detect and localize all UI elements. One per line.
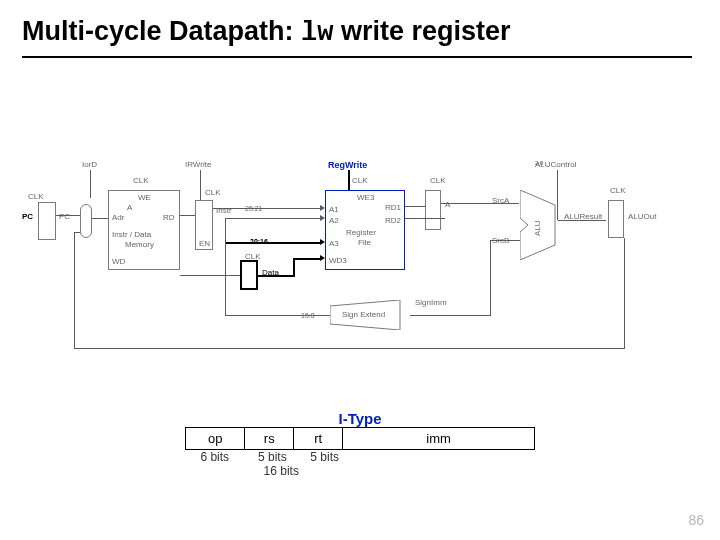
wd-port: WD — [112, 257, 125, 266]
we3-port: WE3 — [357, 193, 374, 202]
signext-out — [410, 315, 490, 316]
rd1-port: RD1 — [385, 203, 401, 212]
a-reg-label: A — [445, 200, 450, 209]
mem-to-data — [180, 275, 240, 276]
fb-down — [624, 238, 625, 348]
aluout-label: ALUOut — [628, 212, 656, 221]
fb-up — [74, 232, 75, 349]
title-mono: lw — [301, 18, 333, 48]
a1-port: A1 — [329, 205, 339, 214]
alu-to-out — [558, 220, 606, 221]
signimm-to-alu — [490, 240, 520, 241]
alu-block: ALU — [520, 190, 560, 260]
wire-a3 — [225, 242, 320, 244]
wire-instr-down — [225, 218, 226, 315]
regwrite-label: RegWrite — [328, 160, 367, 170]
mem-to-ir — [180, 215, 195, 216]
bits-rs: 5 bits — [248, 450, 297, 464]
itype-rt: rt — [294, 428, 343, 450]
itype-bits-row: 6 bits 5 bits 5 bits 16 bits — [185, 450, 535, 478]
a-to-alu — [441, 203, 519, 204]
clk-rf: CLK — [352, 176, 368, 185]
en-label: EN — [199, 239, 210, 248]
title-prefix: Multi-cycle Datapath: — [22, 16, 301, 46]
bits-rt: 5 bits — [300, 450, 349, 464]
alu-text: ALU — [533, 220, 542, 236]
a2-port: A2 — [329, 216, 339, 225]
a-port: A — [127, 203, 132, 212]
fb-to-mux — [74, 232, 80, 233]
wd3-port: WD3 — [329, 256, 347, 265]
rd1-to-a — [405, 206, 425, 207]
rd2-line — [405, 218, 445, 219]
itype-title: I-Type — [185, 410, 535, 427]
title-underline — [22, 56, 692, 58]
data-reg — [240, 260, 258, 290]
bits-op: 6 bits — [185, 450, 245, 464]
regfile-label2: File — [358, 238, 371, 247]
iord-mux — [80, 204, 92, 238]
clk-pc: CLK — [28, 192, 44, 201]
signext-label: Sign Extend — [342, 310, 385, 319]
irwrite-label: IRWrite — [185, 160, 211, 169]
signimm-label: SignImm — [415, 298, 447, 307]
bits-imm: 16 bits — [185, 464, 378, 478]
clk-mem: CLK — [133, 176, 149, 185]
iord-line — [90, 170, 91, 198]
wire-wd3-h2 — [293, 258, 320, 260]
regfile-label1: Register — [346, 228, 376, 237]
clk-areg: CLK — [430, 176, 446, 185]
a-reg — [425, 190, 441, 230]
title-suffix: write register — [333, 16, 510, 46]
iord-label: IorD — [82, 160, 97, 169]
itype-op: op — [186, 428, 245, 450]
wire-rt-a2 — [225, 218, 320, 219]
pc-reg — [38, 202, 56, 240]
wire-wd3-h1 — [258, 275, 293, 277]
clk-aluout: CLK — [610, 186, 626, 195]
itype-legend: I-Type op rs rt imm 6 bits 5 bits 5 bits… — [185, 410, 535, 478]
wire-wd3-v — [293, 258, 295, 277]
aluout-reg — [608, 200, 624, 238]
regwrite-line — [348, 170, 350, 192]
pc-label-in: PC — [59, 212, 70, 221]
rd-port: RD — [163, 213, 175, 222]
imem-label1: Instr / Data — [112, 230, 151, 239]
pc-label-out: PC — [22, 212, 33, 221]
mux-to-mem — [92, 218, 108, 219]
fb-across — [74, 348, 625, 349]
datapath-diagram: IorD IRWrite RegWrite ALUControl2:0 CLK … — [30, 160, 690, 380]
wire-rs — [213, 208, 320, 209]
imem-label2: Memory — [125, 240, 154, 249]
we-port: WE — [138, 193, 151, 202]
itype-rs: rs — [245, 428, 294, 450]
itype-table: op rs rt imm — [185, 427, 535, 450]
slide-title: Multi-cycle Datapath: lw write register — [22, 16, 511, 48]
signimm-up — [490, 240, 491, 316]
pc-to-mux — [56, 215, 80, 216]
rd2-port: RD2 — [385, 216, 401, 225]
itype-imm: imm — [343, 428, 535, 450]
clk-ir: CLK — [205, 188, 221, 197]
page-number: 86 — [688, 512, 704, 528]
adr-port: Adr — [112, 213, 124, 222]
wire-to-signext — [225, 315, 330, 316]
a3-port: A3 — [329, 239, 339, 248]
